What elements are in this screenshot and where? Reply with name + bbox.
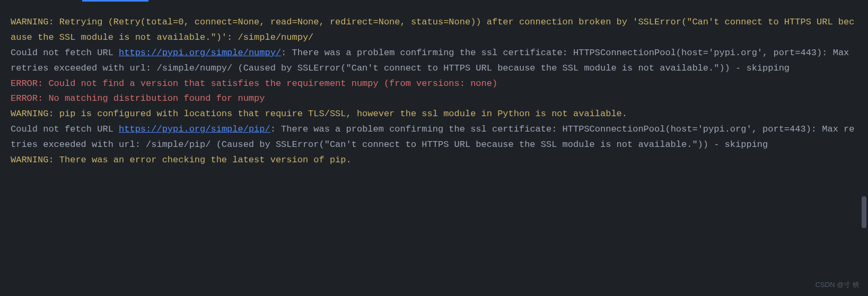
terminal-line-warning: WARNING: Retrying (Retry(total=0, connec… (11, 15, 857, 46)
terminal-line-info: Could not fetch URL https://pypi.org/sim… (11, 46, 857, 76)
terminal-line-info: Could not fetch URL https://pypi.org/sim… (11, 122, 857, 153)
terminal-line-error: ERROR: Could not find a version that sat… (11, 76, 857, 92)
scrollbar-thumb[interactable] (862, 196, 866, 228)
terminal-line-error: ERROR: No matching distribution found fo… (11, 91, 857, 107)
terminal-text: ERROR: No matching distribution found fo… (11, 93, 265, 103)
terminal-output: WARNING: Retrying (Retry(total=0, connec… (11, 5, 857, 168)
terminal-link[interactable]: https://pypi.org/simple/numpy/ (119, 48, 281, 58)
terminal-text: Could not fetch URL (11, 124, 119, 134)
terminal-line-warning: WARNING: pip is configured with location… (11, 107, 857, 122)
active-tab-indicator (82, 0, 148, 2)
terminal-text: Could not fetch URL (11, 48, 119, 58)
terminal-line-warning: WARNING: There was an error checking the… (11, 153, 857, 168)
terminal-link[interactable]: https://pypi.org/simple/pip/ (119, 124, 270, 134)
terminal-text: WARNING: There was an error checking the… (11, 155, 352, 165)
terminal-text: WARNING: Retrying (Retry(total=0, connec… (11, 17, 854, 42)
terminal-text: WARNING: pip is configured with location… (11, 109, 627, 119)
watermark-text: CSDN @寸 铁 (816, 279, 860, 291)
terminal-text: ERROR: Could not find a version that sat… (11, 79, 497, 89)
